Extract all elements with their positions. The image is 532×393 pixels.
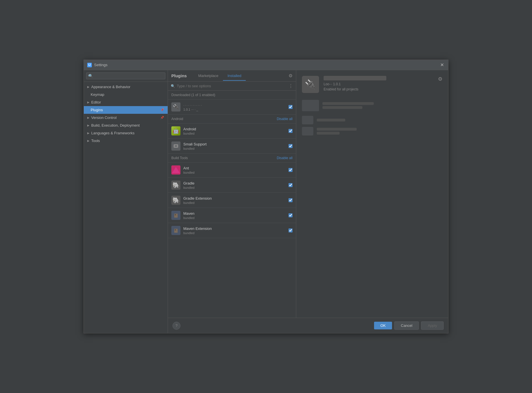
plugin-item-android[interactable]: 🤖 Android bundled	[168, 123, 296, 139]
ok-button[interactable]: OK	[374, 322, 392, 329]
sidebar-label-keymap: Keymap	[91, 92, 164, 97]
more-options-icon[interactable]: ⋮	[289, 83, 293, 89]
sidebar-item-tools[interactable]: ▶ Tools	[84, 137, 168, 145]
section-android-title: Android	[171, 117, 183, 121]
tab-marketplace[interactable]: Marketplace	[194, 71, 223, 81]
sidebar-label-editor: Editor	[91, 100, 164, 104]
plugin-info-downloaded: ············ 1.0.1 ··· · _	[183, 103, 286, 111]
plugin-item-gradle-ext[interactable]: 🐘 Gradle Extension bundled	[168, 193, 296, 208]
detail-header: 🔌 Loo··· 1.0.1 Enabled for all projects …	[302, 76, 442, 93]
plugin-checkbox-gradle[interactable]	[289, 183, 293, 187]
sidebar-item-languages[interactable]: ▶ Languages & Frameworks	[84, 129, 168, 137]
title-bar: IJ Settings ✕	[84, 60, 448, 70]
plugin-list: Downloaded (1 of 1 enabled) ············…	[168, 91, 296, 318]
plugin-checkbox-android[interactable]	[289, 129, 293, 133]
plugin-name-maven: Maven	[183, 211, 286, 216]
sidebar: ▶ Appearance & Behavior Keymap ▶ Editor …	[84, 70, 168, 333]
plugin-name-downloaded: ············	[183, 103, 286, 107]
section-android-header: Android Disable all	[168, 115, 296, 123]
plugin-name-android: Android	[183, 127, 286, 131]
plugin-info-ant: Ant bundled	[183, 166, 286, 174]
sidebar-item-appearance[interactable]: ▶ Appearance & Behavior	[84, 83, 168, 91]
svg-rect-5	[175, 229, 176, 230]
plugin-list-panel: Plugins Marketplace Installed ⚙ 🔍 ⋮	[168, 70, 296, 318]
plugin-name-ant: Ant	[183, 166, 286, 170]
plugins-pane: Plugins Marketplace Installed ⚙ 🔍 ⋮	[168, 70, 448, 318]
bottom-bar: ? OK Cancel Apply	[168, 318, 448, 333]
pin-icon-vc: 📌	[160, 116, 164, 119]
disable-all-android-button[interactable]: Disable all	[277, 117, 293, 121]
plugin-info-smali: Smali Support bundled	[183, 142, 286, 150]
expand-arrow-build: ▶	[87, 124, 90, 127]
sidebar-search-area	[84, 70, 168, 82]
sidebar-item-keymap[interactable]: Keymap	[84, 91, 168, 98]
plugin-item-downloaded-1[interactable]: ············ 1.0.1 ··· · _	[168, 100, 296, 115]
close-button[interactable]: ✕	[439, 62, 445, 68]
plugin-checkbox-downloaded[interactable]	[289, 105, 293, 109]
detail-secondary-content	[302, 100, 442, 136]
sidebar-label-plugins: Plugins	[91, 108, 160, 112]
plugin-name-gradle: Gradle	[183, 181, 286, 185]
plugin-checkbox-ant[interactable]	[289, 168, 293, 172]
plugin-version-downloaded: 1.0.1 ··· · _	[183, 108, 286, 111]
ant-plugin-icon	[171, 165, 180, 175]
plugins-panel-title: Plugins	[171, 73, 187, 78]
svg-rect-3	[175, 214, 176, 215]
disable-all-build-button[interactable]: Disable all	[277, 156, 293, 160]
plugin-checkbox-smali[interactable]	[289, 144, 293, 148]
plugin-info-maven: Maven bundled	[183, 211, 286, 220]
cancel-button[interactable]: Cancel	[394, 321, 419, 330]
plugin-search-input[interactable]	[177, 84, 289, 88]
plugin-item-ant[interactable]: Ant bundled	[168, 163, 296, 178]
plugin-checkbox-gradle-ext[interactable]	[289, 198, 293, 202]
detail-plugin-status: Enabled for all projects	[324, 87, 438, 91]
sidebar-item-version-control[interactable]: ▶ Version Control 📌	[84, 114, 168, 121]
svg-rect-4	[174, 229, 178, 233]
detail-gear-icon[interactable]: ⚙	[438, 76, 442, 82]
plugin-icon-downloaded	[171, 102, 180, 112]
detail-plugin-version: Loo··· 1.0.1	[324, 82, 438, 86]
plugin-version-android: bundled	[183, 132, 286, 135]
expand-arrow-lang: ▶	[87, 131, 90, 135]
plugin-info-gradle: Gradle bundled	[183, 181, 286, 189]
plugin-version-ant: bundled	[183, 171, 286, 174]
gradle-plugin-icon: 🐘	[171, 181, 180, 190]
svg-rect-1	[175, 145, 177, 147]
plugin-version-gradle-ext: bundled	[183, 201, 286, 204]
sidebar-item-plugins[interactable]: Plugins 📌	[84, 106, 168, 114]
detail-plugin-icon: 🔌	[302, 76, 319, 93]
sidebar-item-editor[interactable]: ▶ Editor	[84, 98, 168, 106]
maven-plugin-icon	[171, 211, 180, 220]
plugin-item-maven-ext[interactable]: Maven Extension bundled	[168, 223, 296, 238]
gear-icon[interactable]: ⚙	[289, 73, 293, 78]
search-icon: 🔍	[171, 84, 175, 88]
plugin-item-smali[interactable]: Smali Support bundled	[168, 139, 296, 154]
plugin-tabs-row: Plugins Marketplace Installed ⚙	[168, 70, 296, 82]
plugin-item-maven[interactable]: Maven bundled	[168, 208, 296, 223]
main-content: Plugins Marketplace Installed ⚙ 🔍 ⋮	[168, 70, 448, 333]
sidebar-label-appearance: Appearance & Behavior	[91, 85, 164, 89]
app-icon: IJ	[87, 63, 92, 67]
svg-rect-2	[174, 214, 178, 218]
plugin-info-maven-ext: Maven Extension bundled	[183, 226, 286, 235]
sidebar-search-input[interactable]	[86, 72, 165, 79]
plugin-name-smali: Smali Support	[183, 142, 286, 146]
tab-installed[interactable]: Installed	[223, 71, 246, 81]
plugin-info-android: Android bundled	[183, 127, 286, 135]
sidebar-item-build[interactable]: ▶ Build, Execution, Deployment	[84, 121, 168, 129]
section-build-tools-header: Build Tools Disable all	[168, 154, 296, 163]
apply-button[interactable]: Apply	[421, 321, 444, 330]
plugin-checkbox-maven-ext[interactable]	[289, 228, 293, 232]
smali-plugin-icon	[171, 141, 180, 151]
plugin-name-maven-ext: Maven Extension	[183, 226, 286, 231]
plugin-version-smali: bundled	[183, 147, 286, 150]
help-button[interactable]: ?	[172, 322, 180, 330]
plugin-info-gradle-ext: Gradle Extension bundled	[183, 196, 286, 204]
maven-ext-plugin-icon	[171, 226, 180, 235]
expand-arrow-editor: ▶	[87, 101, 90, 104]
plugin-version-maven: bundled	[183, 216, 286, 220]
settings-dialog: IJ Settings ✕ ▶ Appearance & Behavior Ke…	[84, 60, 448, 333]
plugin-checkbox-maven[interactable]	[289, 213, 293, 217]
detail-plugin-name	[324, 76, 386, 80]
plugin-item-gradle[interactable]: 🐘 Gradle bundled	[168, 178, 296, 193]
